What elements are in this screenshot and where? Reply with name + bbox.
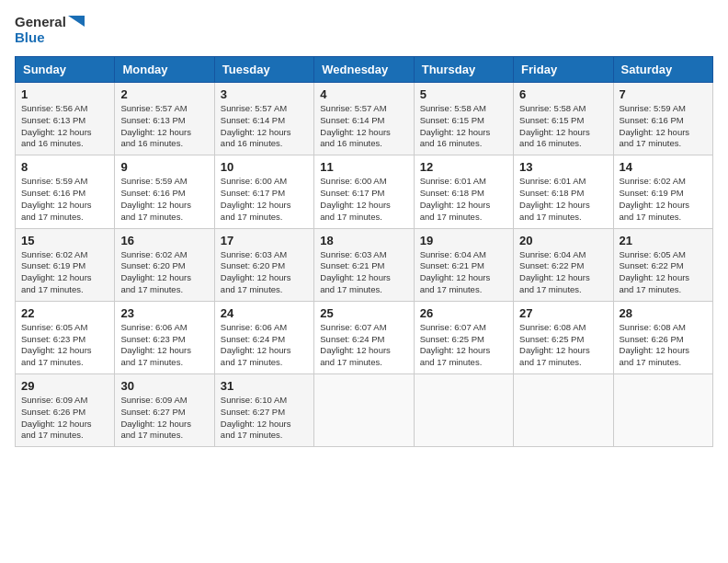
day-info: Sunrise: 6:05 AM Sunset: 6:23 PM Dayligh… bbox=[21, 322, 108, 369]
calendar-cell: 8Sunrise: 5:59 AM Sunset: 6:16 PM Daylig… bbox=[16, 155, 115, 228]
day-number: 15 bbox=[21, 234, 108, 247]
weekday-header-row: SundayMondayTuesdayWednesdayThursdayFrid… bbox=[16, 57, 713, 83]
day-number: 31 bbox=[221, 379, 308, 393]
day-info: Sunrise: 6:04 AM Sunset: 6:21 PM Dayligh… bbox=[420, 249, 507, 296]
day-number: 11 bbox=[320, 160, 407, 174]
day-info: Sunrise: 5:57 AM Sunset: 6:13 PM Dayligh… bbox=[120, 103, 208, 150]
day-info: Sunrise: 6:07 AM Sunset: 6:25 PM Dayligh… bbox=[420, 322, 507, 369]
calendar-week-row: 22Sunrise: 6:05 AM Sunset: 6:23 PM Dayli… bbox=[16, 301, 713, 373]
day-info: Sunrise: 5:59 AM Sunset: 6:16 PM Dayligh… bbox=[120, 176, 208, 223]
calendar-cell: 6Sunrise: 5:58 AM Sunset: 6:15 PM Daylig… bbox=[514, 83, 613, 155]
day-info: Sunrise: 6:08 AM Sunset: 6:25 PM Dayligh… bbox=[519, 322, 607, 369]
logo-blue: Blue bbox=[15, 30, 45, 46]
day-number: 14 bbox=[620, 160, 707, 174]
day-number: 23 bbox=[120, 306, 208, 320]
calendar-table: SundayMondayTuesdayWednesdayThursdayFrid… bbox=[15, 56, 713, 447]
calendar-cell bbox=[414, 374, 513, 447]
day-info: Sunrise: 5:58 AM Sunset: 6:15 PM Dayligh… bbox=[420, 103, 507, 150]
calendar-cell: 26Sunrise: 6:07 AM Sunset: 6:25 PM Dayli… bbox=[414, 301, 513, 373]
day-number: 16 bbox=[120, 234, 208, 247]
day-info: Sunrise: 6:08 AM Sunset: 6:26 PM Dayligh… bbox=[620, 322, 707, 369]
day-number: 13 bbox=[519, 160, 607, 174]
day-number: 20 bbox=[519, 234, 607, 247]
calendar-cell: 28Sunrise: 6:08 AM Sunset: 6:26 PM Dayli… bbox=[613, 301, 712, 373]
calendar-cell: 18Sunrise: 6:03 AM Sunset: 6:21 PM Dayli… bbox=[314, 228, 414, 301]
day-number: 28 bbox=[620, 306, 707, 320]
weekday-label: Saturday bbox=[613, 57, 712, 83]
day-info: Sunrise: 6:05 AM Sunset: 6:22 PM Dayligh… bbox=[620, 249, 707, 296]
day-info: Sunrise: 5:56 AM Sunset: 6:13 PM Dayligh… bbox=[21, 103, 108, 150]
day-number: 21 bbox=[620, 234, 707, 247]
day-number: 19 bbox=[420, 234, 507, 247]
day-number: 10 bbox=[221, 160, 308, 174]
day-number: 26 bbox=[420, 306, 507, 320]
day-number: 24 bbox=[221, 306, 308, 320]
day-info: Sunrise: 6:02 AM Sunset: 6:19 PM Dayligh… bbox=[620, 176, 707, 223]
calendar-week-row: 29Sunrise: 6:09 AM Sunset: 6:26 PM Dayli… bbox=[16, 374, 713, 447]
calendar-cell: 13Sunrise: 6:01 AM Sunset: 6:18 PM Dayli… bbox=[514, 155, 613, 228]
calendar-week-row: 15Sunrise: 6:02 AM Sunset: 6:19 PM Dayli… bbox=[16, 228, 713, 301]
calendar-cell: 11Sunrise: 6:00 AM Sunset: 6:17 PM Dayli… bbox=[314, 155, 414, 228]
calendar-cell: 31Sunrise: 6:10 AM Sunset: 6:27 PM Dayli… bbox=[214, 374, 313, 447]
day-info: Sunrise: 6:01 AM Sunset: 6:18 PM Dayligh… bbox=[420, 176, 507, 223]
day-info: Sunrise: 6:09 AM Sunset: 6:26 PM Dayligh… bbox=[21, 395, 108, 442]
calendar-cell: 20Sunrise: 6:04 AM Sunset: 6:22 PM Dayli… bbox=[514, 228, 613, 301]
calendar-cell: 4Sunrise: 5:57 AM Sunset: 6:14 PM Daylig… bbox=[314, 83, 414, 155]
day-info: Sunrise: 6:00 AM Sunset: 6:17 PM Dayligh… bbox=[320, 176, 407, 223]
day-info: Sunrise: 6:02 AM Sunset: 6:19 PM Dayligh… bbox=[21, 249, 108, 296]
day-number: 12 bbox=[420, 160, 507, 174]
calendar-cell: 19Sunrise: 6:04 AM Sunset: 6:21 PM Dayli… bbox=[414, 228, 513, 301]
page-header: General Blue bbox=[15, 15, 713, 45]
day-info: Sunrise: 6:03 AM Sunset: 6:20 PM Dayligh… bbox=[221, 249, 308, 296]
day-info: Sunrise: 6:09 AM Sunset: 6:27 PM Dayligh… bbox=[120, 395, 208, 442]
calendar-cell: 23Sunrise: 6:06 AM Sunset: 6:23 PM Dayli… bbox=[115, 301, 214, 373]
day-number: 8 bbox=[21, 160, 108, 174]
day-number: 29 bbox=[21, 379, 108, 393]
calendar-cell: 2Sunrise: 5:57 AM Sunset: 6:13 PM Daylig… bbox=[115, 83, 214, 155]
day-info: Sunrise: 6:07 AM Sunset: 6:24 PM Dayligh… bbox=[320, 322, 407, 369]
day-info: Sunrise: 5:57 AM Sunset: 6:14 PM Dayligh… bbox=[221, 103, 308, 150]
weekday-label: Monday bbox=[115, 57, 214, 83]
calendar-week-row: 1Sunrise: 5:56 AM Sunset: 6:13 PM Daylig… bbox=[16, 83, 713, 155]
weekday-label: Wednesday bbox=[314, 57, 414, 83]
calendar-cell: 10Sunrise: 6:00 AM Sunset: 6:17 PM Dayli… bbox=[214, 155, 313, 228]
day-number: 17 bbox=[221, 234, 308, 247]
logo: General Blue bbox=[15, 15, 85, 45]
calendar-body: 1Sunrise: 5:56 AM Sunset: 6:13 PM Daylig… bbox=[16, 83, 713, 447]
day-number: 2 bbox=[120, 87, 208, 101]
day-number: 30 bbox=[120, 379, 208, 393]
calendar-cell: 30Sunrise: 6:09 AM Sunset: 6:27 PM Dayli… bbox=[115, 374, 214, 447]
day-number: 22 bbox=[21, 306, 108, 320]
calendar-cell: 22Sunrise: 6:05 AM Sunset: 6:23 PM Dayli… bbox=[16, 301, 115, 373]
day-number: 27 bbox=[519, 306, 607, 320]
calendar-cell: 21Sunrise: 6:05 AM Sunset: 6:22 PM Dayli… bbox=[613, 228, 712, 301]
day-info: Sunrise: 5:57 AM Sunset: 6:14 PM Dayligh… bbox=[320, 103, 407, 150]
calendar-cell bbox=[314, 374, 414, 447]
day-info: Sunrise: 5:58 AM Sunset: 6:15 PM Dayligh… bbox=[519, 103, 607, 150]
calendar-cell: 17Sunrise: 6:03 AM Sunset: 6:20 PM Dayli… bbox=[214, 228, 313, 301]
calendar-cell: 27Sunrise: 6:08 AM Sunset: 6:25 PM Dayli… bbox=[514, 301, 613, 373]
day-number: 5 bbox=[420, 87, 507, 101]
logo-general: General bbox=[15, 15, 85, 30]
weekday-label: Tuesday bbox=[214, 57, 313, 83]
calendar-cell: 14Sunrise: 6:02 AM Sunset: 6:19 PM Dayli… bbox=[613, 155, 712, 228]
day-number: 25 bbox=[320, 306, 407, 320]
day-info: Sunrise: 6:03 AM Sunset: 6:21 PM Dayligh… bbox=[320, 249, 407, 296]
day-info: Sunrise: 6:00 AM Sunset: 6:17 PM Dayligh… bbox=[221, 176, 308, 223]
day-info: Sunrise: 6:01 AM Sunset: 6:18 PM Dayligh… bbox=[519, 176, 607, 223]
weekday-label: Sunday bbox=[16, 57, 115, 83]
weekday-label: Friday bbox=[514, 57, 613, 83]
day-info: Sunrise: 6:06 AM Sunset: 6:23 PM Dayligh… bbox=[120, 322, 208, 369]
calendar-cell: 24Sunrise: 6:06 AM Sunset: 6:24 PM Dayli… bbox=[214, 301, 313, 373]
day-info: Sunrise: 5:59 AM Sunset: 6:16 PM Dayligh… bbox=[620, 103, 707, 150]
calendar-cell bbox=[613, 374, 712, 447]
svg-marker-0 bbox=[68, 16, 85, 27]
day-info: Sunrise: 6:06 AM Sunset: 6:24 PM Dayligh… bbox=[221, 322, 308, 369]
calendar-cell: 25Sunrise: 6:07 AM Sunset: 6:24 PM Dayli… bbox=[314, 301, 414, 373]
calendar-cell: 12Sunrise: 6:01 AM Sunset: 6:18 PM Dayli… bbox=[414, 155, 513, 228]
day-number: 9 bbox=[120, 160, 208, 174]
calendar-cell: 7Sunrise: 5:59 AM Sunset: 6:16 PM Daylig… bbox=[613, 83, 712, 155]
calendar-cell: 3Sunrise: 5:57 AM Sunset: 6:14 PM Daylig… bbox=[214, 83, 313, 155]
day-number: 6 bbox=[519, 87, 607, 101]
calendar-cell: 1Sunrise: 5:56 AM Sunset: 6:13 PM Daylig… bbox=[16, 83, 115, 155]
